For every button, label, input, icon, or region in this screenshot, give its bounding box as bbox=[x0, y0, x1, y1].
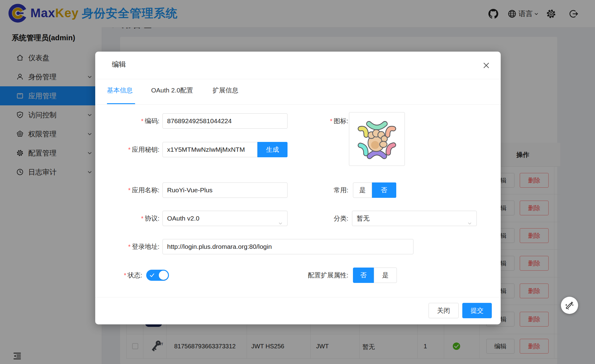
active-tab-indicator bbox=[107, 103, 135, 104]
app-name-label: *应用名称: bbox=[95, 182, 159, 198]
required-mark: * bbox=[128, 243, 131, 250]
tab-extended-info[interactable]: 扩展信息 bbox=[213, 86, 238, 95]
extended-toggle-group: 否 是 bbox=[353, 268, 397, 283]
status-label: *状态: bbox=[95, 268, 142, 283]
tab-basic-info[interactable]: 基本信息 bbox=[107, 86, 133, 95]
screen: 应用管理 操作 编辑 删除 编辑 删除 编辑 bbox=[0, 0, 595, 364]
secret-label: *应用秘钥: bbox=[95, 142, 159, 157]
login-url-input[interactable] bbox=[162, 239, 413, 254]
divider bbox=[95, 104, 501, 105]
secret-input[interactable] bbox=[162, 142, 257, 157]
magic-wand-icon bbox=[564, 300, 575, 311]
frequent-label: 常用: bbox=[280, 182, 348, 198]
protocol-label: *协议: bbox=[95, 211, 159, 226]
magic-wand-fab[interactable] bbox=[561, 297, 578, 314]
code-label: *编码: bbox=[95, 113, 159, 129]
tab-oauth-config[interactable]: OAuth 2.0配置 bbox=[151, 86, 193, 95]
protocol-select-value: OAuth v2.0 bbox=[167, 215, 199, 222]
required-mark: * bbox=[141, 118, 143, 124]
required-mark: * bbox=[124, 272, 126, 279]
login-url-label: *登录地址: bbox=[95, 239, 159, 254]
edit-dialog: 编辑 基本信息 OAuth 2.0配置 扩展信息 *编码: *图标: bbox=[95, 52, 501, 324]
generate-secret-button[interactable]: 生成 bbox=[257, 142, 288, 157]
frequent-option-yes[interactable]: 是 bbox=[353, 182, 372, 198]
category-select[interactable]: 暂无 bbox=[352, 211, 477, 226]
required-mark: * bbox=[128, 187, 131, 194]
app-icon-preview[interactable] bbox=[349, 112, 405, 166]
divider bbox=[95, 297, 501, 297]
protocol-select[interactable]: OAuth v2.0 bbox=[162, 211, 288, 226]
dialog-submit-button[interactable]: 提交 bbox=[462, 303, 492, 318]
category-select-value: 暂无 bbox=[357, 215, 370, 222]
frequent-toggle-group: 是 否 bbox=[353, 182, 396, 198]
category-label: 分类: bbox=[280, 211, 348, 226]
close-icon bbox=[482, 61, 491, 70]
required-mark: * bbox=[330, 118, 332, 124]
toggle-knob bbox=[159, 271, 168, 280]
fist-app-icon bbox=[352, 115, 401, 164]
icon-label: *图标: bbox=[280, 113, 348, 129]
check-icon bbox=[149, 272, 155, 278]
code-input[interactable] bbox=[162, 113, 288, 129]
frequent-option-no[interactable]: 否 bbox=[372, 182, 396, 198]
extended-option-no[interactable]: 否 bbox=[353, 268, 374, 283]
extended-option-yes[interactable]: 是 bbox=[374, 268, 397, 283]
divider bbox=[95, 79, 501, 79]
required-mark: * bbox=[128, 146, 131, 153]
dialog-title: 编辑 bbox=[112, 60, 126, 69]
dialog-close-button[interactable] bbox=[482, 61, 491, 70]
chevron-down-icon bbox=[467, 216, 472, 231]
status-toggle[interactable] bbox=[146, 270, 169, 281]
required-mark: * bbox=[141, 215, 143, 222]
app-name-input[interactable] bbox=[162, 182, 288, 198]
dialog-cancel-button[interactable]: 关闭 bbox=[429, 303, 459, 318]
extended-attrs-label: 配置扩展属性: bbox=[280, 268, 348, 283]
